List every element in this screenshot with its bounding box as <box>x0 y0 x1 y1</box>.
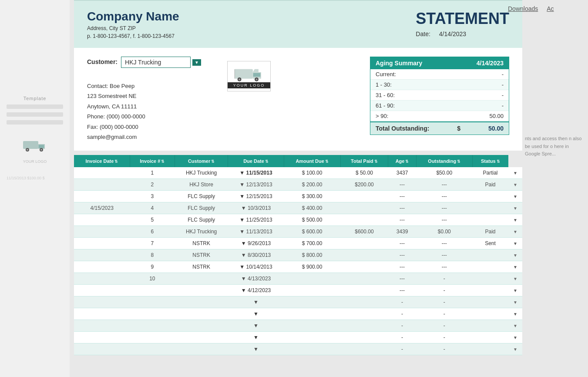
row-dropdown-arrow[interactable]: ▼ <box>513 312 517 316</box>
table-row: ▼--▼ <box>74 343 522 355</box>
table-row: 4/15/20234FLC Supply▼ 10/3/2013$ 400.00-… <box>74 202 522 214</box>
col-header-totalPaid[interactable]: Total Paid⇅ <box>340 155 388 167</box>
outstanding: --- <box>416 191 472 202</box>
sort-icon-outstanding: ⇅ <box>457 159 460 164</box>
col-header-status[interactable]: Status⇅ <box>472 155 508 167</box>
invoice-table: Invoice Date⇅Invoice #⇅Customer⇅Due Date… <box>74 155 522 355</box>
svg-point-4 <box>27 149 28 151</box>
row-dropdown-arrow[interactable]: ▼ <box>513 276 517 281</box>
col-header-outstanding[interactable]: Outstanding⇅ <box>416 155 472 167</box>
sort-icon-customer: ⇅ <box>211 159 215 164</box>
row-dropdown-arrow[interactable]: ▼ <box>513 347 517 352</box>
col-header-invoiceDate[interactable]: Invoice Date⇅ <box>74 155 130 167</box>
contact-name: Contact: Boe Peep <box>87 81 201 91</box>
row-dropdown[interactable]: ▼ <box>508 273 522 285</box>
row-dropdown[interactable]: ▼ <box>508 238 522 249</box>
sidebar-truck-icon <box>22 132 48 154</box>
outstanding: --- <box>416 249 472 261</box>
row-dropdown[interactable]: ▼ <box>508 261 522 273</box>
invoice-num: 1 <box>130 167 175 179</box>
row-dropdown[interactable]: ▼ <box>508 320 522 332</box>
row-dropdown-arrow[interactable]: ▼ <box>513 265 517 269</box>
total-paid <box>340 214 388 226</box>
table-row: 5FLC Supply▼ 11/25/2013$ 500.00------▼ <box>74 214 522 226</box>
age: 3437 <box>388 167 416 179</box>
row-dropdown[interactable]: ▼ <box>508 167 522 179</box>
col-header-amountDue[interactable]: Amount Due⇅ <box>284 155 340 167</box>
downloads-link[interactable]: Downloads <box>508 5 538 12</box>
table-row: ▼--▼ <box>74 332 522 343</box>
date-label: Date: <box>416 30 430 37</box>
total-paid <box>340 249 388 261</box>
age: --- <box>388 214 416 226</box>
customer-select-arrow[interactable]: ▼ <box>192 59 201 66</box>
amount-due: $ 500.00 <box>284 214 340 226</box>
row-dropdown[interactable]: ▼ <box>508 191 522 202</box>
row-dropdown-arrow[interactable]: ▼ <box>513 288 517 293</box>
row-dropdown-arrow[interactable]: ▼ <box>513 206 517 211</box>
row-dropdown[interactable]: ▼ <box>508 179 522 191</box>
due-date: ▼ <box>228 343 284 355</box>
other-link[interactable]: Ac <box>547 5 554 12</box>
aging-row-label-3: 61 - 90: <box>376 102 395 109</box>
row-dropdown-arrow[interactable]: ▼ <box>513 323 517 328</box>
row-dropdown[interactable]: ▼ <box>508 285 522 296</box>
invoice-num <box>130 308 175 320</box>
row-dropdown-arrow[interactable]: ▼ <box>513 194 517 199</box>
row-dropdown-arrow[interactable]: ▼ <box>513 218 517 222</box>
invoice-num: 7 <box>130 238 175 249</box>
invoice-date <box>74 179 130 191</box>
due-date: ▼ 4/13/2023 <box>228 273 284 285</box>
invoice-table-section: Invoice Date⇅Invoice #⇅Customer⇅Due Date… <box>74 155 522 355</box>
row-dropdown[interactable]: ▼ <box>508 249 522 261</box>
invoice-date <box>74 191 130 202</box>
customer-select-box[interactable]: HKJ Trucking <box>121 57 191 68</box>
row-dropdown-arrow[interactable]: ▼ <box>513 300 517 305</box>
col-header-invoiceNum[interactable]: Invoice #⇅ <box>130 155 175 167</box>
customer-select-wrapper[interactable]: HKJ Trucking ▼ <box>121 57 201 68</box>
outstanding: --- <box>416 202 472 214</box>
status: Paid <box>472 179 508 191</box>
company-logo: YOUR LOGO <box>227 61 271 91</box>
invoice-num <box>130 320 175 332</box>
table-row: 3FLC Supply▼ 12/15/2013$ 300.00------▼ <box>74 191 522 202</box>
amount-due: $ 200.00 <box>284 179 340 191</box>
row-dropdown-arrow[interactable]: ▼ <box>513 335 517 340</box>
aging-total-symbol: $ <box>457 125 460 132</box>
outstanding: - <box>416 308 472 320</box>
row-dropdown[interactable]: ▼ <box>508 214 522 226</box>
due-date: ▼ 10/3/2013 <box>228 202 284 214</box>
col-header-customer[interactable]: Customer⇅ <box>175 155 228 167</box>
row-dropdown-arrow[interactable]: ▼ <box>513 171 517 175</box>
customer: NSTRK <box>175 261 228 273</box>
statement-title: STATEMENT <box>416 10 509 28</box>
outstanding: - <box>416 296 472 308</box>
row-dropdown[interactable]: ▼ <box>508 202 522 214</box>
aging-row-0: Current:- <box>370 69 509 80</box>
row-dropdown-arrow[interactable]: ▼ <box>513 229 517 234</box>
customer: HKJ Trucking <box>175 167 228 179</box>
row-dropdown[interactable]: ▼ <box>508 296 522 308</box>
row-dropdown-arrow[interactable]: ▼ <box>513 253 517 258</box>
age: - <box>388 296 416 308</box>
amount-due: $ 300.00 <box>284 191 340 202</box>
table-row: ▼--▼ <box>74 320 522 332</box>
row-dropdown[interactable]: ▼ <box>508 343 522 355</box>
row-dropdown[interactable]: ▼ <box>508 226 522 238</box>
outstanding: --- <box>416 261 472 273</box>
row-dropdown-arrow[interactable]: ▼ <box>513 182 517 187</box>
status <box>472 191 508 202</box>
col-header-age[interactable]: Age⇅ <box>388 155 416 167</box>
invoice-date <box>74 320 130 332</box>
aging-row-label-1: 1 - 30: <box>376 81 392 88</box>
row-dropdown[interactable]: ▼ <box>508 332 522 343</box>
customer: FLC Supply <box>175 214 228 226</box>
status <box>472 273 508 285</box>
col-header-dueDate[interactable]: Due Date⇅ <box>228 155 284 167</box>
customer <box>175 273 228 285</box>
age: --- <box>388 202 416 214</box>
right-side-text: nts and access then n also be used for o… <box>521 131 588 162</box>
svg-point-14 <box>255 78 257 80</box>
row-dropdown-arrow[interactable]: ▼ <box>513 241 517 246</box>
row-dropdown[interactable]: ▼ <box>508 308 522 320</box>
